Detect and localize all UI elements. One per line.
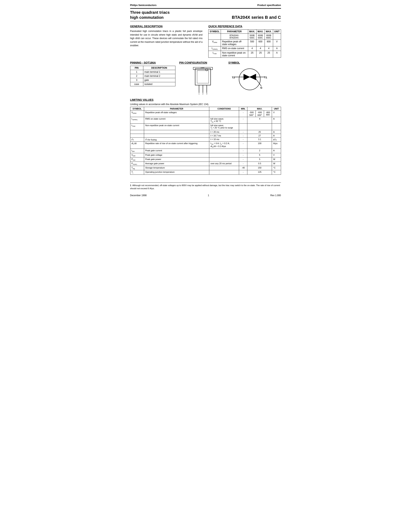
- lv-unit-vdrm: V: [272, 111, 281, 117]
- lv-max-pgav: 0.5: [247, 162, 272, 166]
- lv-cond-didt: ITM = 6 A; IG = 0.2 A;dIG/dt = 0.2 A/μs: [209, 142, 239, 149]
- top-two-col: GENERAL DESCRIPTION Passivated high comm…: [130, 25, 281, 58]
- limiting-values-table: SYMBOL PARAMETER CONDITIONS MIN. MAX. UN…: [130, 107, 281, 174]
- svg-text:1: 1: [198, 93, 199, 95]
- svg-rect-2: [195, 69, 211, 85]
- lv-max-igm: 2: [247, 149, 272, 153]
- lv-cond-t167: t = 16.7 ms: [209, 134, 239, 138]
- qr-sym-vdrm: VDRM: [208, 40, 221, 47]
- lv-cond-igm: [209, 149, 239, 153]
- limiting-values-heading: LIMITING VALUES: [130, 98, 281, 101]
- lv-unit-itrms: A: [272, 117, 281, 124]
- pin-num-case: case: [130, 82, 143, 86]
- lv-min-t20: -: [239, 130, 247, 134]
- pin-num-3: 3: [130, 78, 143, 82]
- lv-max-vdrm-800: -800800: [264, 111, 272, 117]
- lv-param-t167: [144, 134, 209, 138]
- qr-max3-vdrm: 800: [265, 40, 273, 47]
- lv-cond-itsm: full sine wave;Tj = 25 °C prior to surge: [209, 124, 239, 130]
- lv-unit-vgm: V: [272, 153, 281, 157]
- qr-subh-blank1: [208, 34, 221, 40]
- lv-cond-tj: [209, 170, 239, 174]
- lv-col-max: MAX.: [247, 107, 272, 111]
- pin-num-2: 2: [130, 74, 143, 78]
- lv-param-t20: [144, 130, 209, 134]
- pinconfig-heading: PIN CONFIGURATION: [179, 61, 224, 64]
- footer-date: December 1998: [130, 194, 147, 197]
- footer-bar: December 1998 1 Rev 1.000: [130, 194, 281, 197]
- lv-sym-vdrm: VDRM: [130, 111, 144, 117]
- lv-row-vgm: VGM Peak gate voltage - 5 V: [130, 153, 281, 157]
- qr-row-itrms: IT(RMS) RMS on-state current 4 4 4 A: [208, 47, 281, 51]
- lv-row-t20: t = 20 ms - 25 A: [130, 130, 281, 134]
- lv-param-itsm: Non-repetitive peak on-state current: [144, 124, 209, 130]
- title-left: Three quadrant triacs high commutation: [130, 10, 170, 20]
- lv-min-t167: -: [239, 134, 247, 138]
- qr-subh-blank2: [273, 34, 281, 40]
- lv-cond-tstg: [209, 166, 239, 170]
- lv-sym-i2t: I2t: [130, 138, 144, 142]
- header-bar: Philips Semiconductors Product specifica…: [130, 4, 281, 7]
- lv-unit-t20: A: [272, 130, 281, 134]
- lv-row-pgav: PG(AV) Average gate power over any 20 ms…: [130, 162, 281, 166]
- pin-row-case: case isolated: [130, 82, 175, 86]
- svg-rect-3: [197, 71, 209, 83]
- company-name: Philips Semiconductors: [130, 4, 157, 7]
- lv-row-itsm: ITSM Non-repetitive peak on-state curren…: [130, 124, 281, 130]
- qr-col-symbol: SYMBOL: [208, 30, 221, 34]
- qr-unit-vdrm: V: [273, 40, 281, 47]
- lv-row-pgm: PGM Peak gate power - 5 W: [130, 157, 281, 162]
- svg-marker-17: [243, 74, 250, 80]
- pin-config-section: PIN CONFIGURATION case 1 2 3: [179, 61, 224, 95]
- qr-subh-500: 500B500C: [248, 34, 256, 40]
- pin-desc-case: isolated: [143, 82, 175, 86]
- qr-col-max2: MAX.: [256, 30, 265, 34]
- qr-param-vdrm: Repetitive peak off-state voltages: [221, 40, 248, 47]
- symbol-section: SYMBOL T2 T1 G: [228, 61, 281, 94]
- limiting-values-section: LIMITING VALUES Limiting values in accor…: [130, 98, 281, 174]
- lv-row-tj: Tj Operating junction temperature - 125 …: [130, 170, 281, 174]
- lv-param-igm: Peak gate current: [144, 149, 209, 153]
- lv-unit-tj: °C: [272, 170, 281, 174]
- quick-ref-heading: QUICK REFERENCE DATA: [208, 25, 281, 28]
- general-description-section: GENERAL DESCRIPTION Passivated high comm…: [130, 25, 203, 58]
- lv-min-pgav: -: [239, 162, 247, 166]
- lv-cond-i2t: t = 10 ms: [209, 138, 239, 142]
- svg-text:2: 2: [202, 93, 203, 95]
- lv-max-t20: 25: [247, 130, 272, 134]
- lv-param-tstg: Storage temperature: [144, 166, 209, 170]
- pin-desc-3: gate: [143, 78, 175, 82]
- lv-min-i2t: -: [239, 138, 247, 142]
- quick-ref-table: SYMBOL PARAMETER MAX. MAX. MAX. UNIT BTA…: [208, 29, 281, 58]
- lv-unit-itsm: [272, 124, 281, 130]
- qr-col-parameter: PARAMETER: [221, 30, 248, 34]
- lv-min-vgm: -: [239, 153, 247, 157]
- lv-cond-pgm: [209, 157, 239, 162]
- lv-max-itrms: 4: [247, 117, 272, 124]
- svg-text:T2: T2: [232, 76, 235, 79]
- lv-cond-itrms: full sine wave;The ≤ 92 °C: [209, 117, 239, 124]
- pinning-section: PINNING - SOT186A PIN DESCRIPTION 1 main…: [130, 61, 175, 86]
- limiting-values-intro: Limiting values in accordance with the A…: [130, 103, 281, 106]
- qr-max1-itsm: 25: [248, 51, 256, 58]
- qr-unit-itsm: A: [273, 51, 281, 58]
- qr-param-itrms: RMS on-state current: [221, 47, 248, 51]
- lv-max-i2t: 3.1: [247, 138, 272, 142]
- qr-max1-itrms: 4: [248, 47, 256, 51]
- qr-subh-part: BTA204X-BTA204X-: [221, 34, 248, 40]
- lv-unit-didt: A/μs: [272, 142, 281, 149]
- footer-page: 1: [208, 194, 209, 197]
- lv-row-didt: dIT/dt Repetitive rate of rise of on-sta…: [130, 142, 281, 149]
- lv-unit-pgav: W: [272, 162, 281, 166]
- lv-unit-tstg: °C: [272, 166, 281, 170]
- pin-config-drawing: case 1 2 3: [179, 66, 224, 95]
- pin-num-1: 1: [130, 70, 143, 74]
- lv-max-vgm: 5: [247, 153, 272, 157]
- qr-max2-itrms: 4: [256, 47, 265, 51]
- symbol-svg: T2 T1 G: [228, 66, 271, 93]
- lv-cond-pgav: over any 20 ms period: [209, 162, 239, 166]
- lv-max-tstg: 150: [247, 166, 272, 170]
- pin-config-svg: case 1 2 3: [189, 66, 215, 95]
- lv-max-t167: 27: [247, 134, 272, 138]
- lv-min-tstg: -40: [239, 166, 247, 170]
